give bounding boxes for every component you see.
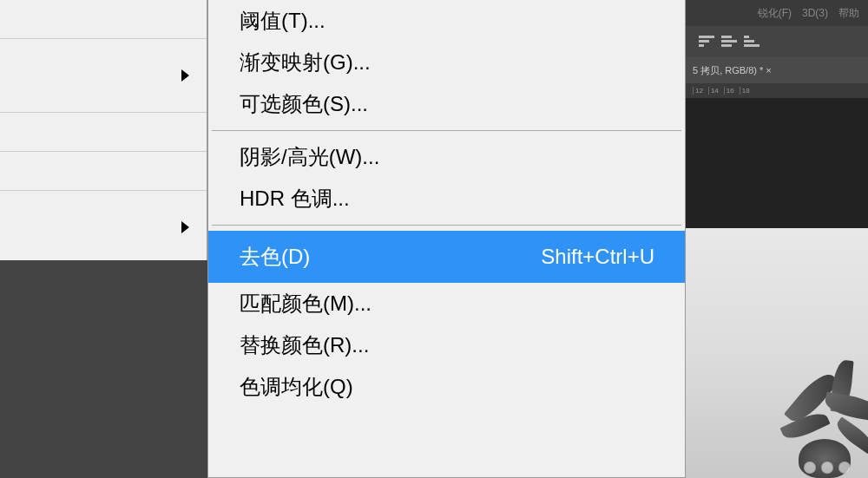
- align-top-icon[interactable]: [699, 36, 714, 49]
- menu-item-replace-color[interactable]: 替换颜色(R)...: [208, 324, 685, 366]
- circle-icon: [838, 462, 851, 474]
- ruler-tick: 14: [708, 87, 719, 95]
- photo-canvas[interactable]: [686, 228, 868, 478]
- menu-separator: [212, 225, 681, 226]
- plant-image: [720, 322, 868, 478]
- rating-indicator: [804, 462, 851, 474]
- menu-label: 色调均化(Q): [240, 373, 353, 401]
- circle-icon: [821, 462, 833, 474]
- ruler: 12 14 16 18: [686, 83, 868, 98]
- menu-item-desaturate[interactable]: 去色(D) Shift+Ctrl+U: [208, 231, 685, 283]
- parent-menu-item[interactable]: [0, 113, 207, 152]
- ruler-tick: 18: [740, 87, 750, 95]
- menu-item-match-color[interactable]: 匹配颜色(M)...: [208, 283, 685, 324]
- menu-label: 可选颜色(S)...: [240, 90, 368, 118]
- circle-icon: [804, 462, 816, 474]
- workspace-background: [0, 260, 207, 478]
- menu-label: 去色(D): [240, 243, 310, 271]
- align-bottom-icon[interactable]: [744, 36, 760, 49]
- menu-item-gradient-map[interactable]: 渐变映射(G)...: [208, 42, 685, 83]
- menu-separator: [212, 130, 681, 131]
- ruler-tick: 16: [724, 87, 734, 95]
- adjustments-submenu: 阈值(T)... 渐变映射(G)... 可选颜色(S)... 阴影/高光(W).…: [207, 0, 686, 478]
- menu-item-shadows-highlights[interactable]: 阴影/高光(W)...: [208, 136, 685, 178]
- menu-label: HDR 色调...: [240, 185, 350, 213]
- menu-bar-text: 锐化(F) 3D(3) 帮助: [758, 6, 859, 21]
- menu-item-equalize[interactable]: 色调均化(Q): [208, 366, 685, 408]
- top-menu-bar: 锐化(F) 3D(3) 帮助: [686, 0, 868, 26]
- parent-menu-item[interactable]: [0, 191, 207, 265]
- right-workspace: 锐化(F) 3D(3) 帮助 5 拷贝, RGB/8) * × 12 14 16…: [686, 0, 868, 478]
- leaf-shape: [823, 392, 868, 422]
- menu-label: 匹配颜色(M)...: [240, 290, 372, 318]
- menu-label: 替换颜色(R)...: [240, 331, 369, 359]
- menu-item-selective-color[interactable]: 可选颜色(S)...: [208, 83, 685, 125]
- document-tab[interactable]: 5 拷贝, RGB/8) * ×: [686, 57, 868, 83]
- align-toolbar: [686, 26, 868, 57]
- menu-label: 阈值(T)...: [240, 7, 326, 35]
- tab-label: 5 拷贝, RGB/8) * ×: [693, 64, 772, 77]
- menu-label: 阴影/高光(W)...: [240, 143, 379, 171]
- align-middle-icon[interactable]: [721, 36, 737, 49]
- parent-menu-item[interactable]: [0, 39, 207, 113]
- parent-menu: [0, 0, 207, 265]
- menu-label: 渐变映射(G)...: [240, 49, 371, 76]
- menu-item-threshold[interactable]: 阈值(T)...: [208, 0, 685, 42]
- menu-item-hdr-toning[interactable]: HDR 色调...: [208, 178, 685, 219]
- ruler-tick: 12: [693, 87, 703, 95]
- parent-menu-item[interactable]: [0, 152, 207, 191]
- parent-menu-item[interactable]: [0, 0, 207, 39]
- arrow-right-icon: [181, 69, 189, 82]
- menu-shortcut: Shift+Ctrl+U: [541, 245, 654, 269]
- canvas-background: [686, 98, 868, 228]
- arrow-right-icon: [181, 221, 189, 233]
